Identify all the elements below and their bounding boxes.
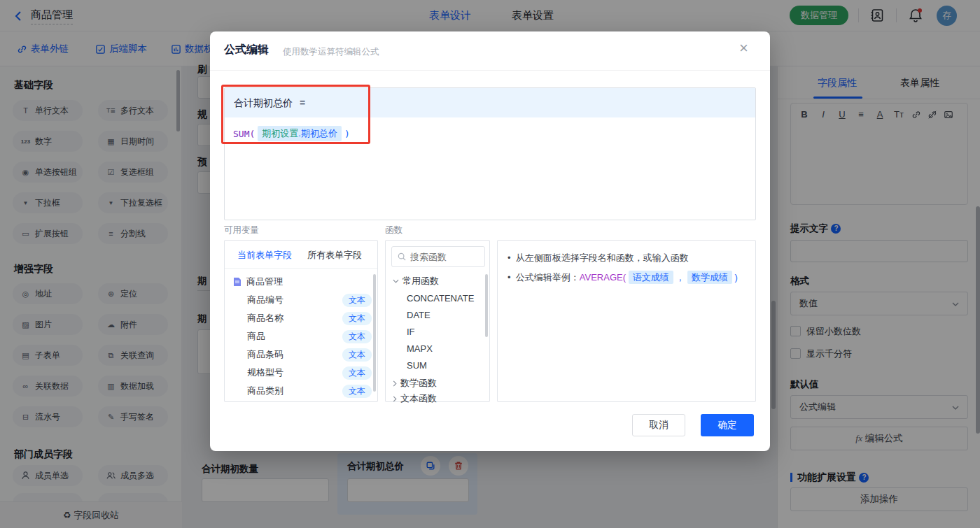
- form-doc-icon: [233, 277, 241, 287]
- example-token: 语文成绩: [629, 271, 673, 284]
- field-type-badge: 文本: [342, 312, 372, 325]
- chevron-right-icon: [393, 380, 397, 387]
- variables-panel: 当前表单字段 所有表单字段 商品管理 商品编号文本 商品名称文本 商品文本 商品…: [224, 240, 378, 402]
- functions-panel: 常用函数 CONCATENATE DATE IF MAPX SUM 数学函数 文…: [385, 240, 490, 402]
- function-item[interactable]: MAPX: [407, 340, 433, 357]
- variables-scrollbar[interactable]: [373, 274, 376, 392]
- variable-row[interactable]: 商品名称文本: [247, 309, 372, 327]
- variable-row[interactable]: 规格型号文本: [247, 364, 372, 382]
- function-search-box[interactable]: [391, 246, 485, 267]
- field-type-badge: 文本: [342, 330, 372, 343]
- cancel-button[interactable]: 取消: [632, 414, 685, 436]
- function-search-input[interactable]: [410, 252, 477, 262]
- function-group-common[interactable]: 常用函数: [393, 273, 439, 290]
- field-type-badge: 文本: [342, 294, 372, 307]
- variable-row[interactable]: 商品类别文本: [247, 382, 372, 400]
- search-icon: [398, 252, 406, 261]
- field-type-badge: 文本: [342, 348, 372, 362]
- field-type-badge: 文本: [342, 366, 372, 380]
- variable-row[interactable]: 商品文本: [247, 327, 372, 345]
- function-group-math[interactable]: 数学函数: [393, 375, 437, 392]
- chevron-right-icon: [393, 396, 397, 402]
- function-group-text[interactable]: 文本函数: [393, 390, 437, 407]
- function-item[interactable]: CONCATENATE: [407, 290, 474, 306]
- modal-subtitle: 使用数学运算符编辑公式: [283, 46, 379, 58]
- tip-line-2: • 公式编辑举例：AVERAGE( 语文成绩 ， 数学成绩 ): [507, 271, 746, 284]
- function-item[interactable]: SUM: [407, 357, 427, 373]
- modal-title: 公式编辑: [224, 43, 269, 57]
- annotation-highlight-box: [221, 85, 370, 144]
- variable-row[interactable]: 商品编号文本: [247, 291, 372, 309]
- variable-row[interactable]: 商品条码文本: [247, 345, 372, 364]
- example-token: 数学成绩: [687, 271, 732, 284]
- variables-tabs: 当前表单字段 所有表单字段: [225, 241, 377, 269]
- divider: [210, 70, 770, 71]
- variables-section-label: 可用变量: [224, 224, 259, 236]
- field-type-badge: 文本: [342, 385, 372, 398]
- variables-root-node[interactable]: 商品管理: [233, 273, 283, 291]
- tips-panel: • 从左侧面板选择字段名和函数，或输入函数 • 公式编辑举例：AVERAGE( …: [497, 240, 756, 402]
- tab-all-form-fields[interactable]: 所有表单字段: [307, 249, 362, 262]
- functions-scrollbar[interactable]: [485, 274, 488, 337]
- example-function-name: AVERAGE(: [580, 272, 626, 283]
- functions-section-label: 函数: [385, 224, 402, 236]
- tab-current-form-fields[interactable]: 当前表单字段: [237, 249, 292, 262]
- tip-line-1: • 从左侧面板选择字段名和函数，或输入函数: [507, 252, 746, 264]
- function-item[interactable]: IF: [407, 323, 415, 340]
- function-item[interactable]: DATE: [407, 306, 430, 323]
- confirm-button[interactable]: 确定: [701, 414, 754, 436]
- close-icon[interactable]: ×: [739, 41, 748, 56]
- chevron-down-icon: [393, 279, 399, 283]
